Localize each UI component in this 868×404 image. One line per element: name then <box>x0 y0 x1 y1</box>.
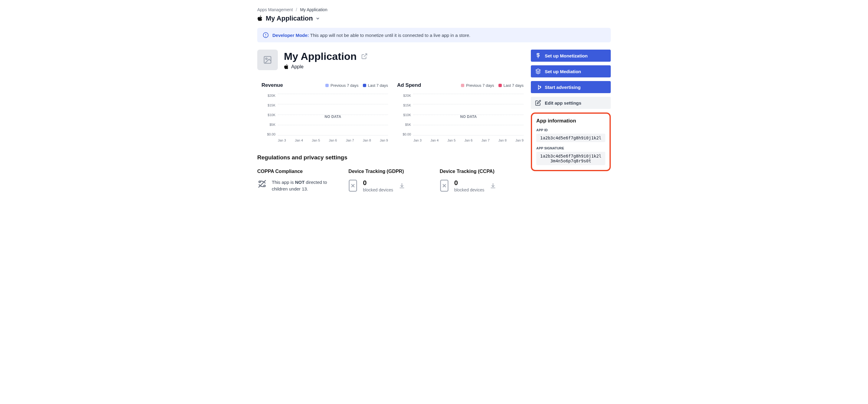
svg-point-6 <box>264 185 265 187</box>
info-icon <box>263 32 269 38</box>
legend-last: Last 7 days <box>504 83 524 88</box>
download-icon[interactable] <box>399 182 405 189</box>
banner-label: Developer Mode: <box>272 33 309 38</box>
chart-legend: Previous 7 days Last 7 days <box>461 83 524 88</box>
breadcrumb: Apps Management / My Application <box>257 7 611 12</box>
apple-icon <box>284 64 289 70</box>
chart-legend: Previous 7 days Last 7 days <box>326 83 388 88</box>
ccpa-count: 0 <box>454 179 485 187</box>
ccpa-sub: blocked devices <box>454 188 485 192</box>
megaphone-icon <box>535 84 541 90</box>
x-axis-labels: Jan 3 Jan 4 Jan 5 Jan 6 Jan 7 Jan 8 Jan … <box>278 138 388 142</box>
y-axis-labels: $20K $15K $10K $5K $0.00 <box>261 94 275 136</box>
app-id-value[interactable]: 1a2b3c4d5e6f7g8h9i0j1k2l <box>536 134 605 142</box>
chevron-down-icon <box>316 16 319 20</box>
app-thumbnail-placeholder <box>257 49 278 70</box>
svg-point-5 <box>259 181 260 183</box>
gdpr-sub: blocked devices <box>363 188 393 192</box>
legend-prev: Previous 7 days <box>331 83 359 88</box>
edit-icon <box>535 100 541 106</box>
chart-title: Ad Spend <box>397 82 421 88</box>
apple-icon <box>257 15 263 22</box>
app-signature-label: APP SIGNATURE <box>536 146 605 150</box>
legend-prev: Previous 7 days <box>466 83 494 88</box>
breadcrumb-current: My Application <box>300 7 327 12</box>
svg-point-4 <box>266 58 267 60</box>
breadcrumb-parent[interactable]: Apps Management <box>257 7 293 12</box>
legend-swatch-prev <box>461 84 464 87</box>
regulations-section-title: Regulations and privacy settings <box>257 154 524 161</box>
external-link-icon[interactable] <box>361 53 368 60</box>
app-selector[interactable]: My Application <box>257 14 611 22</box>
setup-monetization-button[interactable]: Set up Monetization <box>531 49 611 62</box>
page-title: My Application <box>284 50 357 62</box>
device-blocked-icon <box>440 179 449 192</box>
info-card-title: App information <box>536 118 605 124</box>
device-blocked-icon <box>348 179 358 192</box>
coppa-heading: COPPA Compliance <box>257 169 341 174</box>
developer-mode-banner: Developer Mode: This app will not be abl… <box>257 28 611 42</box>
header-app-name: My Application <box>266 14 313 22</box>
start-advertising-button[interactable]: Start advertising <box>531 81 611 93</box>
button-label: Set up Mediation <box>545 69 581 74</box>
ccpa-heading: Device Tracking (CCPA) <box>440 169 524 174</box>
button-label: Set up Monetization <box>545 53 588 58</box>
platform-label: Apple <box>291 64 304 70</box>
dollar-icon <box>535 53 541 59</box>
gdpr-heading: Device Tracking (GDPR) <box>348 169 432 174</box>
layers-icon <box>535 68 541 74</box>
app-signature-value[interactable]: 1a2b3c4d5e6f7g8h9i0j1k2l3m4n5o6p7q8r9s0t <box>536 152 605 165</box>
breadcrumb-separator: / <box>296 7 297 12</box>
button-label: Edit app settings <box>545 100 581 105</box>
x-axis-labels: Jan 3 Jan 4 Jan 5 Jan 6 Jan 7 Jan 8 Jan … <box>413 138 524 142</box>
chart-title: Revenue <box>261 82 283 88</box>
legend-swatch-prev <box>326 84 329 87</box>
legend-swatch-last <box>498 84 502 87</box>
no-data-label: NO DATA <box>413 114 524 119</box>
download-icon[interactable] <box>490 182 496 189</box>
no-data-label: NO DATA <box>278 114 388 119</box>
app-id-label: APP ID <box>536 128 605 132</box>
banner-text: This app will not be able to monetize un… <box>310 33 470 38</box>
adspend-chart: Ad Spend Previous 7 days Last 7 days $20… <box>397 82 524 142</box>
button-label: Start advertising <box>545 85 581 90</box>
legend-last: Last 7 days <box>368 83 388 88</box>
revenue-chart: Revenue Previous 7 days Last 7 days $20K… <box>261 82 388 142</box>
edit-app-settings-button[interactable]: Edit app settings <box>531 97 611 109</box>
y-axis-labels: $20K $15K $10K $5K $0.00 <box>397 94 411 136</box>
setup-mediation-button[interactable]: Set up Mediation <box>531 65 611 77</box>
app-information-card: App information APP ID 1a2b3c4d5e6f7g8h9… <box>531 112 611 171</box>
coppa-icon <box>257 179 267 189</box>
gdpr-count: 0 <box>363 179 393 187</box>
legend-swatch-last <box>363 84 366 87</box>
svg-point-2 <box>266 36 266 37</box>
coppa-text: This app is NOT directed to children und… <box>272 179 332 192</box>
